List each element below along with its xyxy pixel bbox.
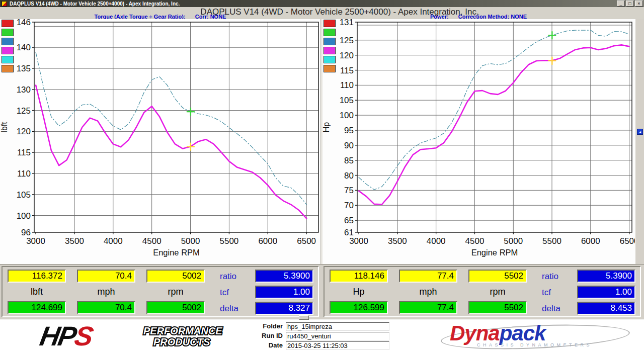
- speed-cursor-value: 70.4: [77, 270, 135, 283]
- legend-swatch-red[interactable]: [2, 20, 14, 27]
- speed-reference-value: 77.4: [399, 301, 457, 314]
- y-tick-label: 80: [344, 171, 354, 181]
- y-tick-label: 120: [17, 127, 31, 136]
- delta-value: 8.327: [255, 302, 313, 315]
- date-label: Date: [252, 341, 283, 349]
- tcf-label: tcf: [542, 288, 575, 298]
- y-tick-label: 85: [344, 156, 354, 165]
- y-tick-label: 75: [344, 186, 354, 195]
- x-tick-label: 4000: [427, 236, 446, 246]
- tcf-value: 1.00: [255, 286, 313, 299]
- x-tick-label: 5000: [504, 236, 523, 246]
- x-tick-label: 6000: [258, 236, 277, 246]
- ratio-value: 5.3900: [255, 270, 313, 283]
- legend-swatch-orange[interactable]: [2, 65, 14, 72]
- y-tick-label: 115: [340, 66, 354, 75]
- x-tick-label: 3000: [26, 236, 45, 246]
- x-axis-title: Engine RPM: [153, 248, 200, 257]
- y-tick-label: 115: [17, 148, 31, 157]
- power-cursor-value: 118.146: [330, 270, 388, 283]
- torque-chart-panel: 1461401351301251201151101051009630003500…: [0, 19, 320, 264]
- y-tick-label: 110: [340, 80, 354, 90]
- power-chart: 1311251201151101051009590858075706561300…: [322, 19, 635, 264]
- unit-label-mph: mph: [77, 286, 135, 297]
- tcf-label: tcf: [220, 288, 253, 298]
- y-tick-label: 105: [340, 96, 354, 105]
- y-tick-label: 131: [340, 19, 354, 27]
- x-tick-label: 5000: [181, 236, 200, 246]
- power-readout-panel: 118.146 77.4 5502 Hp mph rpm 126.599 77.…: [324, 266, 641, 317]
- y-tick-label: 130: [17, 85, 31, 95]
- y-tick-label: 65: [344, 216, 354, 225]
- legend-swatch-magenta[interactable]: [324, 47, 336, 54]
- legend-swatch-green[interactable]: [2, 29, 14, 36]
- x-tick-label: 4500: [142, 236, 162, 246]
- hps-logo: HPS PERFORMANCE PRODUCTS: [40, 323, 92, 350]
- y-tick-label: 90: [344, 141, 354, 150]
- delta-label: delta: [542, 304, 575, 314]
- rpm-cursor-value: 5002: [146, 270, 205, 283]
- dock-arrow-button[interactable]: ◂: [637, 129, 643, 135]
- legend-swatch-red[interactable]: [324, 20, 336, 27]
- unit-label-rpm: rpm: [468, 286, 527, 297]
- torque-readout-panel: 116.372 70.4 5002 lbft mph rpm 124.699 7…: [2, 266, 319, 317]
- folder-field[interactable]: [286, 322, 389, 331]
- torque-chart: 1461401351301251201151101051009630003500…: [0, 19, 320, 264]
- legend-swatch-blue[interactable]: [2, 38, 14, 45]
- title-bar: DAQPLUS V14 (4WD - Motor Vehicle 2500+40…: [0, 0, 644, 7]
- restore-button[interactable]: □: [626, 1, 634, 7]
- channel-legend: [2, 20, 14, 74]
- torque-chart-subtitle: Torque (Axle Torque ÷ Gear Ratio): Corr:…: [0, 14, 320, 19]
- legend-swatch-cyan[interactable]: [324, 56, 336, 63]
- unit-label-mph: mph: [399, 286, 457, 297]
- y-tick-label: 100: [17, 211, 31, 221]
- unit-label-lbft: lbft: [8, 286, 66, 297]
- x-tick-label: 4000: [104, 236, 123, 246]
- y-tick-label: 105: [17, 190, 31, 200]
- x-tick-label: 6500: [620, 236, 635, 246]
- run-id-field[interactable]: [286, 332, 389, 340]
- application-window: DAQPLUS V14 (4WD - Motor Vehicle 2500+40…: [0, 0, 644, 353]
- y-tick-label: 110: [17, 169, 31, 179]
- legend-swatch-blue[interactable]: [324, 38, 336, 45]
- x-axis-title: Engine RPM: [471, 248, 518, 257]
- x-tick-label: 5500: [542, 236, 561, 246]
- app-icon: [2, 1, 7, 7]
- legend-swatch-green[interactable]: [324, 29, 336, 36]
- plot-area[interactable]: [34, 22, 318, 232]
- x-tick-label: 6500: [297, 236, 316, 246]
- folder-label: Folder: [252, 322, 283, 330]
- x-tick-label: 3500: [65, 236, 84, 246]
- y-tick-label: 125: [17, 106, 31, 116]
- splitter-grip[interactable]: [299, 315, 309, 320]
- x-tick-label: 6000: [581, 236, 600, 246]
- y-tick-label: 120: [340, 51, 354, 60]
- hps-tagline: PERFORMANCE PRODUCTS: [143, 325, 222, 347]
- footer: HPS PERFORMANCE PRODUCTS Folder Run ID D…: [0, 319, 644, 353]
- x-tick-label: 3500: [388, 236, 407, 246]
- y-axis-title: Hp: [322, 122, 331, 133]
- x-tick-label: 3000: [349, 236, 368, 246]
- close-button[interactable]: ×: [635, 1, 643, 7]
- x-tick-label: 4500: [465, 236, 485, 246]
- power-reference-value: 126.599: [330, 301, 388, 314]
- date-field[interactable]: [286, 341, 389, 350]
- dynapack-tagline: CHASSIS DYNAMOMETERS: [477, 342, 592, 347]
- dynapack-logo: Dynapack CHASSIS DYNAMOMETERS: [439, 321, 637, 350]
- y-tick-label: 100: [340, 111, 354, 120]
- legend-swatch-cyan[interactable]: [2, 56, 14, 63]
- speed-cursor-value: 77.4: [399, 270, 457, 283]
- hps-logo-text: HPS: [38, 323, 94, 348]
- y-tick-label: 125: [340, 36, 354, 45]
- torque-cursor-value: 116.372: [8, 270, 66, 283]
- legend-swatch-magenta[interactable]: [2, 47, 14, 54]
- y-tick-label: 146: [17, 19, 31, 27]
- minimize-button[interactable]: _: [617, 1, 625, 7]
- channel-legend: [324, 20, 336, 74]
- legend-swatch-orange[interactable]: [324, 65, 336, 72]
- unit-label-hp: Hp: [330, 286, 388, 297]
- speed-reference-value: 70.4: [77, 301, 135, 314]
- torque-reference-value: 124.699: [8, 301, 66, 314]
- rpm-reference-value: 5502: [468, 301, 527, 314]
- charts-region: 1461401351301251201151101051009630003500…: [0, 19, 644, 264]
